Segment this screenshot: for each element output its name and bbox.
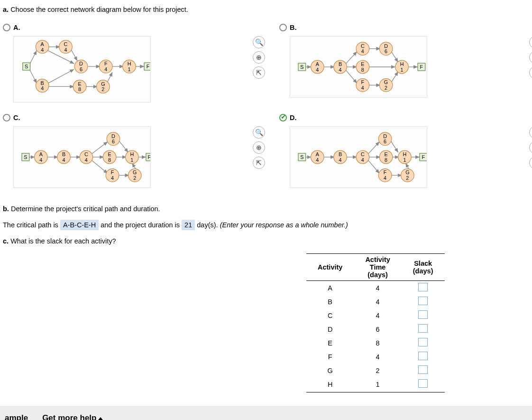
svg-text:4: 4	[361, 157, 364, 163]
open-external-icon[interactable]: ⇱	[253, 157, 265, 169]
svg-text:D: D	[79, 61, 83, 66]
cell-time: 4	[354, 308, 401, 322]
svg-line-48	[391, 51, 398, 63]
col-slack: Slack (days)	[402, 254, 445, 281]
svg-text:C: C	[64, 41, 68, 47]
svg-text:C: C	[361, 43, 365, 49]
slack-input-A[interactable]	[418, 283, 428, 291]
svg-text:G: G	[405, 169, 409, 175]
radio-b[interactable]	[279, 24, 287, 31]
svg-text:D: D	[383, 133, 387, 139]
svg-text:6: 6	[384, 139, 386, 144]
svg-text:1: 1	[130, 157, 133, 163]
hint-text: (Enter your response as a whole number.)	[220, 221, 348, 229]
col-activity: Activity	[306, 254, 354, 281]
svg-text:H: H	[403, 151, 407, 157]
svg-line-49	[391, 72, 398, 84]
radio-d[interactable]	[279, 114, 287, 121]
duration-input[interactable]: 21	[182, 220, 195, 230]
cell-activity: C	[306, 308, 354, 322]
svg-text:D: D	[111, 133, 115, 139]
text-mid: and the project duration is	[101, 221, 180, 229]
radio-a[interactable]	[3, 24, 10, 31]
part-c-prefix: c.	[3, 237, 9, 245]
svg-text:F: F	[104, 61, 108, 66]
get-more-help-button[interactable]: Get more help	[42, 413, 103, 420]
svg-text:F: F	[111, 169, 114, 175]
table-row: F4	[306, 350, 445, 364]
part-a-prefix: a.	[3, 6, 9, 13]
svg-text:E: E	[361, 61, 364, 67]
svg-text:4: 4	[384, 175, 386, 181]
slack-input-B[interactable]	[418, 297, 428, 305]
part-b-text: Determine the project's critical path an…	[11, 205, 160, 213]
zoom-in-icon[interactable]: 🔍	[529, 126, 532, 139]
cell-time: 1	[354, 377, 401, 392]
option-d: D. S A4 B4 C4 D6 E8 F4	[279, 112, 527, 188]
svg-line-85	[119, 141, 128, 153]
cell-time: 4	[354, 350, 401, 364]
zoom-in-icon[interactable]: 🔍	[529, 36, 532, 48]
open-external-icon[interactable]: ⇱	[529, 157, 532, 169]
option-b: B. S A4 B4 C4 E8 F4 D6	[279, 22, 527, 103]
svg-text:8: 8	[385, 157, 387, 163]
cell-activity: H	[306, 377, 354, 392]
svg-text:H: H	[130, 151, 134, 157]
cell-activity: F	[306, 350, 354, 364]
table-row: H1	[306, 377, 445, 392]
diagram-d: S A4 B4 C4 D6 E8 F4 G2 H1 F	[290, 126, 427, 188]
cell-time: 4	[354, 281, 401, 295]
slack-input-D[interactable]	[418, 324, 428, 333]
option-b-label: B.	[290, 24, 297, 31]
zoom-reset-icon[interactable]: ⊕	[253, 51, 265, 64]
svg-text:1: 1	[128, 66, 131, 72]
slack-input-F[interactable]	[418, 352, 428, 360]
open-external-icon[interactable]: ⇱	[253, 66, 265, 79]
svg-text:4: 4	[361, 48, 364, 54]
cell-activity: G	[306, 364, 354, 377]
svg-text:6: 6	[80, 66, 83, 72]
svg-text:8: 8	[361, 67, 364, 73]
col-time: Activity Time (days)	[354, 254, 401, 281]
svg-text:S: S	[24, 154, 27, 160]
svg-text:E: E	[78, 81, 81, 87]
zoom-in-icon[interactable]: 🔍	[253, 126, 265, 139]
svg-text:4: 4	[85, 157, 88, 163]
svg-text:A: A	[41, 41, 45, 47]
slack-input-C[interactable]	[418, 310, 428, 319]
svg-text:2: 2	[133, 175, 136, 181]
svg-text:4: 4	[339, 67, 342, 73]
slack-input-E[interactable]	[418, 338, 428, 346]
part-b-prefix: b.	[3, 205, 9, 213]
zoom-in-icon[interactable]: 🔍	[253, 36, 265, 48]
cell-time: 2	[354, 364, 401, 377]
svg-text:D: D	[384, 43, 388, 49]
svg-text:4: 4	[41, 47, 44, 53]
cell-activity: A	[306, 281, 354, 295]
svg-text:A: A	[316, 61, 320, 67]
svg-text:G: G	[101, 81, 105, 87]
table-row: D6	[306, 322, 445, 336]
diagram-b: S A4 B4 C4 E8 F4 D6 G2 H1 F	[290, 36, 427, 98]
radio-c[interactable]	[3, 114, 10, 121]
cell-activity: B	[306, 295, 354, 308]
svg-line-121	[368, 142, 380, 154]
part-b-question: b. Determine the project's critical path…	[3, 205, 527, 213]
svg-text:2: 2	[385, 85, 387, 91]
zoom-reset-icon[interactable]: ⊕	[529, 51, 532, 64]
slack-input-H[interactable]	[418, 379, 428, 388]
options-grid: A. S A4 C4 B4 D6	[3, 22, 527, 188]
svg-text:6: 6	[112, 139, 115, 144]
svg-text:S: S	[300, 154, 303, 160]
zoom-reset-icon[interactable]: ⊕	[529, 141, 532, 154]
svg-text:6: 6	[385, 48, 387, 54]
text-post: day(s).	[197, 221, 218, 229]
critical-path-input[interactable]: A-B-C-E-H	[60, 220, 99, 230]
svg-text:4: 4	[104, 66, 107, 72]
svg-text:2: 2	[101, 86, 104, 92]
svg-text:4: 4	[339, 157, 342, 163]
slack-input-G[interactable]	[418, 365, 428, 374]
zoom-reset-icon[interactable]: ⊕	[253, 141, 265, 154]
open-external-icon[interactable]: ⇱	[529, 66, 532, 79]
footer-sample[interactable]: ample	[5, 413, 28, 420]
